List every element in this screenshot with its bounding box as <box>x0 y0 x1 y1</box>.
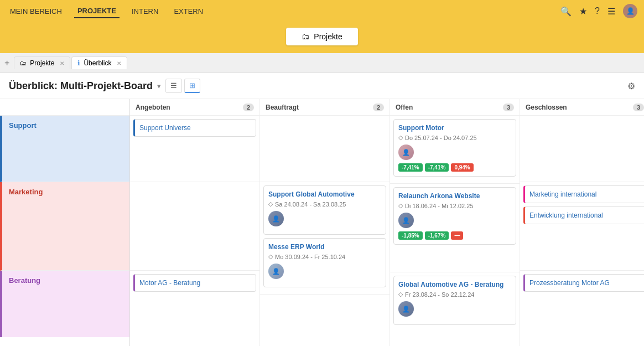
card-title: Relaunch Arkona Website <box>398 192 511 200</box>
grid-view-button[interactable]: ⊞ <box>184 79 200 93</box>
avatar: 👤 <box>398 301 414 317</box>
nav-right: 🔍 ★ ? ☰ 👤 <box>560 4 637 18</box>
diamond-icon: ◇ <box>268 253 273 260</box>
card-support-global-automotive[interactable]: Support Global Automotive ◇ Sa 24.08.24 … <box>263 185 386 235</box>
view-icons: ☰ ⊞ <box>165 79 200 93</box>
tab-projekte-close[interactable]: ✕ <box>60 60 64 66</box>
nav-left: MEIN BEREICH PROJEKTE INTERN EXTERN <box>7 4 206 18</box>
support-label: Support <box>9 121 37 130</box>
angeboten-beratung-cells: Motor AG - Beratung <box>130 271 259 337</box>
projekte-button[interactable]: 🗂 Projekte <box>286 28 357 45</box>
dropdown-arrow-icon[interactable]: ▾ <box>157 82 161 90</box>
card-relaunch-arkona[interactable]: Relaunch Arkona Website ◇ Di 18.06.24 - … <box>393 187 516 245</box>
card-date: ◇ Fr 23.08.24 - So 22.12.24 <box>398 291 511 298</box>
beauftragt-marketing-cells: Support Global Automotive ◇ Sa 24.08.24 … <box>260 182 389 295</box>
card-entwicklung-international[interactable]: Entwicklung international <box>523 207 644 224</box>
offen-marketing-cells: Relaunch Arkona Website ◇ Di 18.06.24 - … <box>390 184 520 272</box>
filter-settings-icon[interactable]: ⚙ <box>627 81 635 91</box>
columns-area: Angeboten 2 Support Universe Motor AG - … <box>130 99 644 346</box>
tag-3: — <box>451 231 463 240</box>
column-geschlossen: Geschlossen 3 Marketing international En… <box>520 99 644 346</box>
diamond-icon: ◇ <box>268 200 273 208</box>
offen-count: 3 <box>503 104 514 111</box>
projekte-icon: 🗂 <box>302 32 309 41</box>
offen-support-cells: Support Motor ◇ Do 25.07.24 - Do 24.07.2… <box>390 116 520 184</box>
card-title: Support Motor <box>398 124 511 132</box>
page-title: Überblick: Multi-Projekt-Board <box>9 80 153 92</box>
geschlossen-marketing-cells: Marketing international Entwicklung inte… <box>520 182 644 271</box>
angeboten-marketing-cells <box>130 182 259 271</box>
tab-uberblick-label: Überblick <box>84 59 111 67</box>
tab-uberblick-close[interactable]: ✕ <box>117 60 121 66</box>
avatar: 👤 <box>268 264 284 279</box>
top-navigation: MEIN BEREICH PROJEKTE INTERN EXTERN 🔍 ★ … <box>0 0 644 22</box>
card-title: Messe ERP World <box>268 243 381 251</box>
column-header-beauftragt: Beauftragt 2 <box>260 99 389 116</box>
card-date: ◇ Sa 24.08.24 - Sa 23.08.25 <box>268 200 381 208</box>
tab-projekte[interactable]: 🗂 Projekte ✕ <box>14 56 70 69</box>
avatar: 👤 <box>398 213 414 228</box>
card-title: Support Global Automotive <box>268 190 381 198</box>
card-support-motor[interactable]: Support Motor ◇ Do 25.07.24 - Do 24.07.2… <box>393 119 516 177</box>
row-label-support: Support <box>0 116 129 182</box>
card-date: ◇ Do 25.07.24 - Do 24.07.25 <box>398 134 511 141</box>
card-global-automotive-beratung[interactable]: Global Automotive AG - Beratung ◇ Fr 23.… <box>393 276 516 325</box>
card-prozessberatung-motor-ag[interactable]: Prozessberatung Motor AG <box>523 274 644 292</box>
projekte-label: Projekte <box>314 32 342 41</box>
card-motor-ag-beratung[interactable]: Motor AG - Beratung <box>133 274 256 292</box>
beauftragt-support-cells <box>260 116 389 182</box>
avatar: 👤 <box>398 144 414 160</box>
tag-1: -1,85% <box>398 231 423 240</box>
card-messe-erp-world[interactable]: Messe ERP World ◇ Mo 30.09.24 - Fr 25.10… <box>263 238 386 287</box>
search-icon[interactable]: 🔍 <box>560 6 572 17</box>
marketing-label: Marketing <box>9 188 43 196</box>
card-tags: -7,41% -7,41% 0,94% <box>398 163 511 172</box>
board-container: Support Marketing Beratung Angeboten 2 S… <box>0 99 644 346</box>
list-view-button[interactable]: ☰ <box>165 79 182 93</box>
header-banner: 🗂 Projekte <box>0 22 644 53</box>
tab-uberblick[interactable]: ℹ Überblick ✕ <box>71 56 127 69</box>
beratung-label: Beratung <box>9 276 40 285</box>
tab-bar: + 🗂 Projekte ✕ ℹ Überblick ✕ <box>0 53 644 73</box>
page-header: Überblick: Multi-Projekt-Board ▾ ☰ ⊞ ⚙ <box>0 73 644 99</box>
row-labels: Support Marketing Beratung <box>0 99 130 346</box>
tab-projekte-label: Projekte <box>30 59 54 67</box>
geschlossen-count: 3 <box>633 104 644 111</box>
nav-intern[interactable]: INTERN <box>128 5 162 18</box>
tag-2: -7,41% <box>425 163 449 172</box>
geschlossen-beratung-cells: Prozessberatung Motor AG <box>520 271 644 337</box>
beauftragt-beratung-cells <box>260 295 389 346</box>
diamond-icon: ◇ <box>398 291 403 298</box>
diamond-icon: ◇ <box>398 134 403 141</box>
tab-uberblick-icon: ℹ <box>77 59 80 67</box>
offen-label: Offen <box>396 104 413 111</box>
card-marketing-international[interactable]: Marketing international <box>523 185 644 203</box>
angeboten-support-cells: Support Universe <box>130 116 259 182</box>
nav-extern[interactable]: EXTERN <box>170 5 206 18</box>
card-date: ◇ Mo 30.09.24 - Fr 25.10.24 <box>268 253 381 260</box>
help-icon[interactable]: ? <box>595 6 600 16</box>
avatar[interactable]: 👤 <box>623 4 637 18</box>
column-header-angeboten: Angeboten 2 <box>130 99 259 116</box>
geschlossen-label: Geschlossen <box>526 104 567 111</box>
beauftragt-count: 2 <box>373 104 384 111</box>
card-title: Global Automotive AG - Beratung <box>398 281 511 288</box>
tag-3: 0,94% <box>451 163 473 172</box>
favorites-icon[interactable]: ★ <box>579 6 587 17</box>
nav-projekte[interactable]: PROJEKTE <box>74 4 120 18</box>
avatar: 👤 <box>268 211 284 226</box>
column-header-offen: Offen 3 <box>390 99 520 116</box>
tab-projekte-icon: 🗂 <box>20 59 27 67</box>
add-tab-button[interactable]: + <box>4 58 9 68</box>
nav-mein-bereich[interactable]: MEIN BEREICH <box>7 5 65 18</box>
tag-1: -7,41% <box>398 163 423 172</box>
diamond-icon: ◇ <box>398 202 403 209</box>
card-tags: -1,85% -1,67% — <box>398 231 511 240</box>
geschlossen-support-cells <box>520 116 644 182</box>
menu-icon[interactable]: ☰ <box>607 6 615 17</box>
beauftragt-label: Beauftragt <box>266 104 299 111</box>
tag-2: -1,67% <box>425 231 449 240</box>
card-support-universe[interactable]: Support Universe <box>133 119 256 137</box>
column-beauftragt: Beauftragt 2 Support Global Automotive ◇… <box>260 99 390 346</box>
column-header-geschlossen: Geschlossen 3 <box>520 99 644 116</box>
